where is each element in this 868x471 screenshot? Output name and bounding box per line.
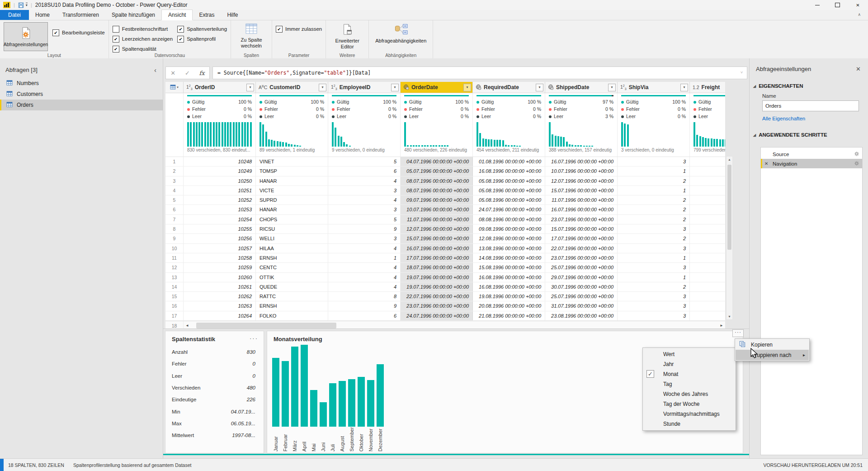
maximize-button[interactable] bbox=[827, 0, 848, 10]
tab-transformieren[interactable]: Transformieren bbox=[56, 10, 105, 20]
column-header-shippeddate[interactable]: ShippedDate▾ bbox=[545, 82, 618, 93]
cell-employeeid[interactable]: 4 bbox=[328, 273, 401, 282]
applied-steps-section-header[interactable]: ◢ ANGEWENDETE SCHRITTE bbox=[750, 132, 868, 138]
cell-orderdate[interactable]: 17.07.1996 00:00:00 +00:00 bbox=[401, 253, 473, 262]
chart-bar[interactable] bbox=[329, 383, 336, 427]
cell-orderid[interactable]: 10249 bbox=[184, 167, 256, 176]
cell-shipvia[interactable]: 2 bbox=[618, 205, 690, 214]
row-number[interactable]: 18 bbox=[165, 321, 184, 328]
filter-dropdown-icon[interactable]: ▾ bbox=[463, 84, 471, 91]
cell-orderdate[interactable]: 08.07.1996 00:00:00 +00:00 bbox=[401, 186, 473, 195]
column-header-requireddate[interactable]: RequiredDate▾ bbox=[473, 82, 545, 93]
row-number[interactable]: 17 bbox=[165, 311, 184, 320]
submenu-item-vormittags-nachmittags[interactable]: Vormittags/nachmittags bbox=[643, 409, 735, 419]
close-icon[interactable]: ✕ bbox=[856, 66, 861, 72]
chart-bar[interactable] bbox=[301, 345, 308, 427]
save-icon[interactable] bbox=[18, 2, 24, 8]
cell-employeeid[interactable]: 8 bbox=[328, 292, 401, 301]
cell-requireddate[interactable]: 08.08.1996 00:00:00 +00:00 bbox=[473, 215, 545, 224]
cell-requireddate[interactable]: 16.08.1996 00:00:00 +00:00 bbox=[473, 273, 545, 282]
sidebar-item-orders[interactable]: Orders bbox=[0, 100, 163, 110]
cell-customerid[interactable]: ERNSH bbox=[256, 301, 328, 310]
tab-home[interactable]: Home bbox=[29, 10, 56, 20]
chart-bar[interactable] bbox=[282, 361, 289, 427]
applied-step-source[interactable]: Source bbox=[761, 149, 862, 159]
cell-freight[interactable] bbox=[690, 195, 725, 205]
cell-requireddate[interactable]: 21.08.1996 00:00:00 +00:00 bbox=[473, 311, 545, 320]
checkbox-icon[interactable]: ✔ bbox=[113, 46, 119, 52]
always-allow-checkbox[interactable]: ✔Immer zulassen bbox=[276, 24, 322, 34]
tab-extras[interactable]: Extras bbox=[193, 10, 221, 20]
cell-orderid[interactable]: 10248 bbox=[184, 157, 256, 166]
cell-shippeddate[interactable]: 16.07.1996 00:00:00 +00:00 bbox=[545, 205, 618, 214]
cell-shipvia[interactable]: 3 bbox=[618, 292, 690, 301]
chart-bar[interactable] bbox=[348, 379, 355, 427]
cell-orderdate[interactable]: 08.07.1996 00:00:00 +00:00 bbox=[401, 176, 473, 186]
cell-orderid[interactable]: 10259 bbox=[184, 263, 256, 272]
preview-checkbox-3[interactable]: ✔Spaltenverteilung bbox=[177, 24, 227, 34]
chart-bar[interactable] bbox=[310, 390, 317, 427]
cell-orderid[interactable]: 10253 bbox=[184, 205, 256, 214]
cell-shippeddate[interactable]: 25.07.1996 00:00:00 +00:00 bbox=[545, 263, 618, 272]
cell-orderdate[interactable]: 11.07.1996 00:00:00 +00:00 bbox=[401, 215, 473, 224]
row-number[interactable]: 15 bbox=[165, 292, 184, 301]
submenu-item-woche-des-jahres[interactable]: Woche des Jahres bbox=[643, 389, 735, 399]
formula-input[interactable]: = Source{[Name="Orders",Signature="table… bbox=[212, 67, 747, 79]
cell-customerid[interactable]: WELLI bbox=[256, 234, 328, 243]
advanced-editor-button[interactable]: Erweiterter Editor bbox=[330, 22, 365, 51]
cell-employeeid[interactable]: 3 bbox=[328, 186, 401, 195]
cell-freight[interactable] bbox=[690, 311, 725, 320]
horizontal-scrollbar-track[interactable] bbox=[191, 321, 718, 328]
filter-dropdown-icon[interactable]: ▾ bbox=[319, 84, 326, 91]
cell-shippeddate[interactable]: 11.07.1996 00:00:00 +00:00 bbox=[545, 195, 618, 205]
cell-employeeid[interactable]: 4 bbox=[328, 195, 401, 205]
cell-freight[interactable] bbox=[690, 234, 725, 243]
cell-employeeid[interactable]: 4 bbox=[328, 282, 401, 291]
cell-orderdate[interactable]: 15.07.1996 00:00:00 +00:00 bbox=[401, 234, 473, 243]
checkbox-icon[interactable]: ✔ bbox=[177, 26, 184, 33]
cell-shipvia[interactable]: 1 bbox=[618, 167, 690, 176]
cancel-formula-icon[interactable]: ✕ bbox=[170, 70, 175, 76]
step-settings-gear-icon[interactable] bbox=[854, 161, 859, 167]
cell-employeeid[interactable]: 3 bbox=[328, 205, 401, 214]
submenu-item-tag-der-woche[interactable]: Tag der Woche bbox=[643, 399, 735, 409]
cell-shipvia[interactable]: 1 bbox=[618, 273, 690, 282]
column-header-orderid[interactable]: 123OrderID▾ bbox=[184, 82, 256, 93]
vertical-scrollbar-thumb[interactable] bbox=[727, 165, 731, 250]
cell-customerid[interactable]: TOMSP bbox=[256, 167, 328, 176]
cell-shippeddate[interactable]: 23.07.1996 00:00:00 +00:00 bbox=[545, 253, 618, 262]
tab-datei[interactable]: Datei bbox=[0, 10, 29, 20]
expand-formula-icon[interactable]: ˅ bbox=[741, 70, 743, 75]
cell-employeeid[interactable]: 4 bbox=[328, 176, 401, 186]
cell-orderdate[interactable]: 22.07.1996 00:00:00 +00:00 bbox=[401, 292, 473, 301]
row-number[interactable]: 5 bbox=[165, 195, 184, 205]
checkbox-icon[interactable]: ✔ bbox=[113, 36, 119, 43]
query-settings-button[interactable]: Abfrageeinstellungen bbox=[4, 22, 48, 51]
filter-dropdown-icon[interactable]: ▾ bbox=[608, 84, 616, 91]
row-number[interactable]: 11 bbox=[165, 253, 184, 262]
step-settings-gear-icon[interactable] bbox=[854, 151, 859, 157]
cell-shipvia[interactable]: 2 bbox=[618, 176, 690, 186]
cell-orderdate[interactable]: 09.07.1996 00:00:00 +00:00 bbox=[401, 195, 473, 205]
tab-hilfe[interactable]: Hilfe bbox=[221, 10, 244, 20]
cell-shippeddate[interactable]: 16.07.1996 00:00:00 +00:00 bbox=[545, 157, 618, 166]
collapse-sidebar-icon[interactable]: ‹ bbox=[154, 67, 156, 73]
scroll-down-icon[interactable]: ▼ bbox=[726, 315, 732, 318]
cell-shipvia[interactable]: 3 bbox=[618, 301, 690, 310]
chart-bar[interactable] bbox=[377, 364, 384, 427]
cell-shipvia[interactable]: 3 bbox=[618, 224, 690, 233]
quick-access-dropdown-icon[interactable]: ▾ bbox=[26, 3, 28, 7]
cell-shippeddate[interactable]: 10.07.1996 00:00:00 +00:00 bbox=[545, 167, 618, 176]
cell-orderid[interactable]: 10261 bbox=[184, 282, 256, 291]
cell-customerid[interactable]: RATTC bbox=[256, 292, 328, 301]
chart-bar[interactable] bbox=[339, 381, 346, 427]
cell-freight[interactable] bbox=[690, 205, 725, 214]
cell-shippeddate[interactable]: 12.07.1996 00:00:00 +00:00 bbox=[545, 176, 618, 186]
applied-step-navigation[interactable]: ✕Navigation bbox=[761, 159, 862, 168]
cell-orderdate[interactable]: 18.07.1996 00:00:00 +00:00 bbox=[401, 263, 473, 272]
cell-orderid[interactable]: 10264 bbox=[184, 311, 256, 320]
formula-bar-checkbox[interactable]: ✔Bearbeitungsleiste bbox=[52, 28, 105, 38]
scroll-left-icon[interactable]: ◄ bbox=[184, 324, 191, 328]
checkbox-icon[interactable]: ✔ bbox=[177, 36, 184, 43]
filter-dropdown-icon[interactable]: ▾ bbox=[536, 84, 543, 91]
